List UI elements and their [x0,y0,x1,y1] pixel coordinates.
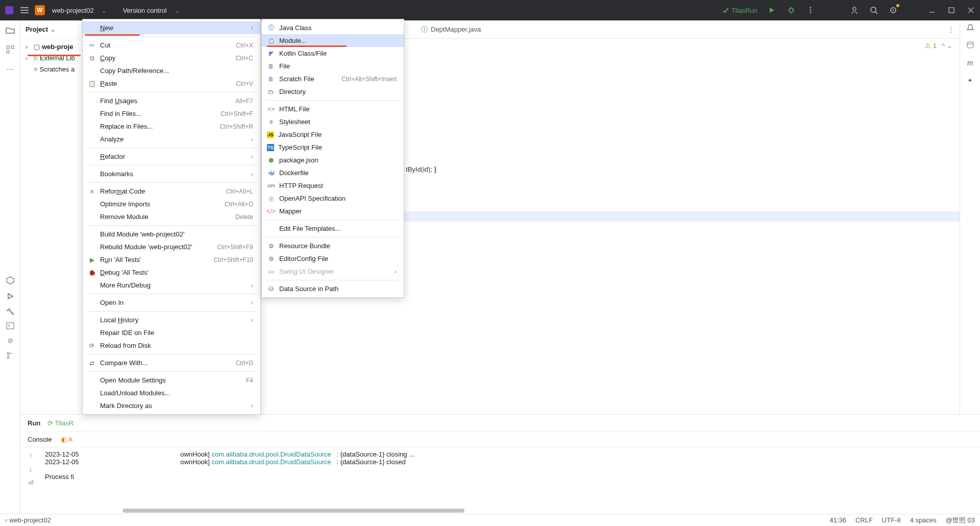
run-config-selector[interactable]: TilasRun [722,7,757,14]
menu-remove-module[interactable]: Remove ModuleDelete [83,210,260,223]
menu-copy-path[interactable]: Copy Path/Reference... [83,64,260,77]
new-resource-bundle[interactable]: ⚙Resource Bundle [262,240,404,252]
menu-new[interactable]: New› [83,21,260,34]
menu-copy[interactable]: ⧉CopyCtrl+C [83,52,260,64]
status-project[interactable]: ▫ web-project02 [5,516,51,524]
console-scrollbar[interactable] [41,509,980,514]
copy-icon: ⧉ [88,54,96,62]
menu-reformat[interactable]: ≡Reformat CodeCtrl+Alt+L [83,185,260,198]
new-mapper[interactable]: </>Mapper [262,205,404,218]
ts-icon: TS [267,144,274,151]
maven-tool-icon[interactable]: m [967,58,973,67]
down-icon[interactable]: ↓ [29,465,33,473]
status-indent[interactable]: 4 spaces [910,516,937,524]
terminal-icon[interactable] [6,322,14,329]
new-scratch[interactable]: 🗎Scratch FileCtrl+Alt+Shift+Insert [262,73,404,85]
console-output[interactable]: 2023-12-05 ownHook] com.alibaba.druid.po… [41,447,980,514]
menu-find-usages[interactable]: Find UsagesAlt+F7 [83,94,260,107]
menu-paste[interactable]: 📋PasteCtrl+V [83,77,260,90]
database-icon[interactable] [966,41,974,49]
menu-reload[interactable]: ⟳Reload from Disk [83,339,260,352]
status-position[interactable]: 41:36 [829,516,846,524]
module-icon: ▢ [267,37,275,45]
new-js[interactable]: JSJavaScript File [262,128,404,141]
structure-tool-icon[interactable] [5,44,16,55]
new-java-class[interactable]: ⒸJava Class [262,21,404,34]
ai-assistant-icon[interactable]: ✦ [967,77,973,84]
menu-compare[interactable]: ⇄Compare With...Ctrl+D [83,356,260,369]
new-dockerfile[interactable]: 🐳Dockerfile [262,166,404,179]
project-name[interactable]: web-project02 [52,7,94,14]
code-with-me-icon[interactable] [849,5,860,15]
menu-replace-in-files[interactable]: Replace in Files...Ctrl+Shift+R [83,120,260,133]
menu-run-all[interactable]: ▶Run 'All Tests'Ctrl+Shift+F10 [83,253,260,266]
menu-optimize-imports[interactable]: Optimize ImportsCtrl+Alt+O [83,198,260,210]
status-encoding[interactable]: UTF-8 [882,516,901,524]
new-directory[interactable]: 🗀Directory [262,85,404,98]
wrap-icon[interactable]: ⏎ [28,479,34,487]
more-icon[interactable] [805,5,816,15]
maximize-icon[interactable] [946,5,957,15]
build-icon[interactable]: 🔨 [6,307,14,315]
new-file[interactable]: 🗎File [262,60,404,73]
new-ts[interactable]: TSTypeScript File [262,141,404,154]
git-icon[interactable] [6,351,14,360]
menu-refactor[interactable]: Refactor› [83,150,260,163]
actuator-tab[interactable]: ◐ A [61,436,73,443]
menu-cut[interactable]: ✂CutCtrl+X [83,39,260,52]
new-packagejson[interactable]: ⬢package.json [262,154,404,166]
context-menu[interactable]: New› ✂CutCtrl+X ⧉CopyCtrl+C Copy Path/Re… [82,19,261,415]
menu-repair-ide[interactable]: Repair IDE on File [83,326,260,339]
run-tab[interactable]: Run [28,419,40,427]
console-text: : {dataSource-1} closing ... [331,450,414,458]
services-icon[interactable] [6,276,15,285]
debug-icon[interactable] [786,5,796,15]
chevron-right-icon[interactable]: › [26,43,32,51]
problems-badge[interactable]: ⚠ 1 ^ ⌄ [925,42,952,50]
tab-more-icon[interactable]: ⋮ [948,26,954,33]
menu-bookmarks[interactable]: Bookmarks› [83,168,260,180]
new-kotlin[interactable]: ◤Kotlin Class/File [262,47,404,60]
status-eol[interactable]: CRLF [855,516,873,524]
run-icon[interactable] [767,5,777,15]
menu-open-in[interactable]: Open In› [83,296,260,309]
menu-build-module[interactable]: Build Module 'web-project02' [83,228,260,241]
minimize-icon[interactable] [927,5,937,15]
menu-open-module-settings[interactable]: Open Module SettingsF4 [83,374,260,387]
chevron-down-icon[interactable]: ⌄ [947,42,952,50]
menu-more-run[interactable]: More Run/Debug› [83,279,260,292]
chevron-up-icon[interactable]: ^ [942,42,945,50]
search-icon[interactable] [869,5,879,15]
new-submenu[interactable]: ⒸJava Class ▢Module... ◤Kotlin Class/Fil… [261,19,404,298]
menu-analyze[interactable]: Analyze› [83,133,260,146]
new-datasource[interactable]: ⛁Data Source in Path [262,282,404,295]
console-tab[interactable]: Console [28,436,52,443]
problems-icon[interactable]: ⊘ [8,337,13,344]
new-swing[interactable]: ▭Swing UI Designer› [262,265,404,278]
menu-debug-all[interactable]: 🐞Debug 'All Tests' [83,266,260,279]
version-control-menu[interactable]: Version control [123,7,167,14]
svg-point-3 [810,10,812,11]
more-tool-icon[interactable]: ⋯ [5,63,16,75]
new-editorconfig[interactable]: ⚙EditorConfig File [262,252,404,265]
notifications-icon[interactable] [966,23,974,32]
menu-mark-directory[interactable]: Mark Directory as› [83,399,260,412]
menu-load-unload[interactable]: Load/Unload Modules... [83,387,260,399]
new-stylesheet[interactable]: ≡Stylesheet [262,115,404,128]
project-tool-icon[interactable] [5,25,16,36]
menu-find-in-files[interactable]: Find in Files...Ctrl+Shift+F [83,107,260,120]
editor-tab[interactable]: Ⓘ DeptMapper.java [416,22,486,37]
close-icon[interactable] [966,5,976,15]
main-menu-icon[interactable] [19,5,30,15]
run-icon[interactable] [6,292,14,300]
run-config-tab[interactable]: ⟳ TilasR [47,419,74,427]
warning-count: 1 [933,42,937,50]
settings-icon[interactable] [888,5,898,15]
new-html[interactable]: <>HTML File [262,103,404,115]
menu-local-history[interactable]: Local History› [83,314,260,326]
new-http[interactable]: APIHTTP Request [262,179,404,192]
up-icon[interactable]: ↑ [29,451,33,459]
new-openapi[interactable]: ◎OpenAPI Specification [262,192,404,205]
new-edit-templates[interactable]: Edit File Templates... [262,222,404,235]
menu-rebuild-module[interactable]: Rebuild Module 'web-project02'Ctrl+Shift… [83,241,260,253]
